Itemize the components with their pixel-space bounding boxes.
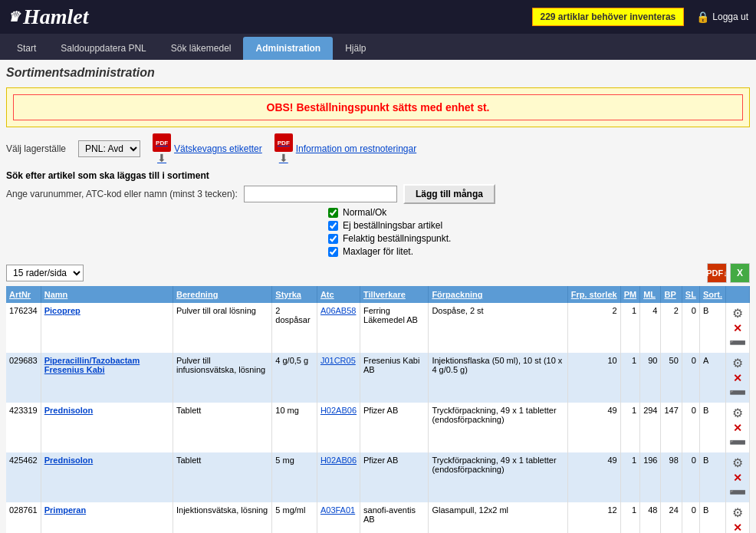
cell-beredning: Tablett [173,403,271,452]
cell-atc[interactable]: H02AB06 [317,452,360,502]
checkbox-normal-label: Normal/Ok [343,207,386,218]
col-header-beredning[interactable]: Beredning [173,286,271,303]
cell-tillverkare: Ferring Läkemedel AB [360,303,429,353]
col-header-artnr[interactable]: ArtNr [6,286,41,303]
nav-item-saldouppdatera[interactable]: Saldouppdatera PNL [48,37,158,60]
export-excel-button[interactable]: X [730,263,750,283]
cell-atc[interactable]: H02AB06 [317,403,360,452]
nav-item-sok-lakemedel[interactable]: Sök läkemedel [159,37,244,60]
col-header-pm[interactable]: PM [620,286,640,303]
col-header-forpackning[interactable]: Förpackning [429,286,567,303]
cell-atc[interactable]: A06AB58 [317,303,360,353]
cell-frp_storlek: 10 [567,353,620,403]
nav-item-hjalp[interactable]: Hjälp [333,37,378,60]
col-header-bp[interactable]: BP [661,286,682,303]
pdf1-icon: PDF [153,133,171,152]
col-header-atc[interactable]: Atc [317,286,360,303]
cell-styrka: 5 mg [272,452,317,502]
cell-beredning: Injektionsvätska, lösning [173,502,271,533]
pdf1-label: Vätskevagns etiketter [174,143,262,154]
delete-icon[interactable]: ✕ [733,322,742,334]
settings-icon[interactable]: ⚙ [732,306,743,321]
checkbox-ej-best[interactable] [328,221,338,231]
cell-pm: 1 [620,452,640,502]
minus-icon[interactable]: ➖ [729,386,746,400]
cell-frp_storlek: 49 [567,452,620,502]
search-row: Ange varunummer, ATC-kod eller namn (min… [6,184,750,204]
delete-icon[interactable]: ✕ [733,472,742,484]
col-header-sort[interactable]: Sort. [699,286,725,303]
cell-pm: 1 [620,502,640,533]
export-pdf-button[interactable]: PDF↓ [707,263,727,283]
checkbox-felaktig-row: Felaktig beställningspunkt. [328,233,750,244]
col-header-styrka[interactable]: Styrka [272,286,317,303]
nav-item-start[interactable]: Start [5,37,48,60]
settings-icon[interactable]: ⚙ [732,456,743,470]
table-row: 028761PrimperanInjektionsvätska, lösning… [6,502,750,533]
col-header-namn[interactable]: Namn [41,286,173,303]
minus-icon[interactable]: ➖ [729,436,746,449]
nav-item-administration[interactable]: Administration [243,37,333,60]
col-header-frp-storlek[interactable]: Frp. storlek [567,286,620,303]
cell-atc[interactable]: J01CR05 [317,353,360,403]
logout-button[interactable]: 🔒 Logga ut [696,11,748,23]
settings-icon[interactable]: ⚙ [732,505,743,520]
table-row: 029683Piperacillin/Tazobactam Fresenius … [6,353,750,403]
cell-ml: 48 [640,502,661,533]
cell-forpackning: Tryckförpackning, 49 x 1 tabletter (endo… [429,452,567,502]
col-header-sl[interactable]: SL [682,286,699,303]
table-row: 425462PrednisolonTablett5 mgH02AB06Pfize… [6,452,750,502]
cell-actions: ⚙ ✕ ➖ [725,502,749,533]
delete-icon[interactable]: ✕ [733,521,742,533]
checkbox-felaktig[interactable] [328,234,338,244]
cell-artnr: 425462 [6,452,41,502]
search-input[interactable] [244,186,397,202]
pdf1-link[interactable]: PDF ⬇ Vätskevagns etiketter [153,133,262,164]
cell-beredning: Pulver till infusionsvätska, lösning [173,353,271,403]
cell-tillverkare: Fresenius Kabi AB [360,353,429,403]
logo-text: Hamlet [23,5,89,29]
rows-per-page-select[interactable]: 15 rader/sida 25 rader/sida 50 rader/sid… [6,265,84,281]
cell-sort: B [699,502,725,533]
pdf2-link[interactable]: PDF ⬇ Information om restnoteringar [274,133,416,164]
cell-atc[interactable]: A03FA01 [317,502,360,533]
table-row: 423319PrednisolonTablett10 mgH02AB06Pfiz… [6,403,750,452]
row-actions: ⚙ ✕ ➖ [729,406,746,449]
checkbox-normal[interactable] [328,208,338,218]
table-header-row: ArtNr Namn Beredning Styrka Atc Tillverk… [6,286,750,303]
col-header-tillverkare[interactable]: Tillverkare [360,286,429,303]
cell-forpackning: Dospåse, 2 st [429,303,567,353]
settings-icon[interactable]: ⚙ [732,356,743,370]
cell-sl: 0 [682,303,699,353]
cell-namn[interactable]: Prednisolon [41,403,173,452]
settings-icon[interactable]: ⚙ [732,406,743,420]
cell-namn[interactable]: Picoprep [41,303,173,353]
cell-namn[interactable]: Piperacillin/Tazobactam Fresenius Kabi [41,353,173,403]
add-many-button[interactable]: Lägg till många [403,184,495,204]
col-header-ml[interactable]: ML [640,286,661,303]
cell-frp_storlek: 12 [567,502,620,533]
search-section-label: Sök efter artikel som ska läggas till i … [6,170,750,181]
pdf-export-icon: PDF↓ [706,268,728,278]
cell-forpackning: Glasampull, 12x2 ml [429,502,567,533]
checkbox-ej-best-label: Ej beställningsbar artikel [343,220,442,231]
delete-icon[interactable]: ✕ [733,422,742,434]
main-content: Sortimentsadministration OBS! Beställnin… [0,60,756,533]
cell-namn[interactable]: Prednisolon [41,452,173,502]
cell-artnr: 176234 [6,303,41,353]
checkbox-maxlager[interactable] [328,247,338,257]
cell-ml: 294 [640,403,661,452]
pdf1-arrow: ⬇ [157,152,166,164]
pdf2-label: Information om restnoteringar [296,143,416,154]
cell-sl: 0 [682,452,699,502]
data-table: ArtNr Namn Beredning Styrka Atc Tillverk… [6,286,750,533]
cell-namn[interactable]: Primperan [41,502,173,533]
toolbar-row: Välj lagerställe PNL: Avd PDF ⬇ Vätskeva… [6,133,750,164]
delete-icon[interactable]: ✕ [733,372,742,384]
minus-icon[interactable]: ➖ [729,485,746,499]
cell-frp_storlek: 2 [567,303,620,353]
lager-select[interactable]: PNL: Avd [78,140,140,157]
controls-row: 15 rader/sida 25 rader/sida 50 rader/sid… [6,263,750,283]
checkbox-maxlager-row: Maxlager för litet. [328,246,750,257]
minus-icon[interactable]: ➖ [729,336,746,350]
